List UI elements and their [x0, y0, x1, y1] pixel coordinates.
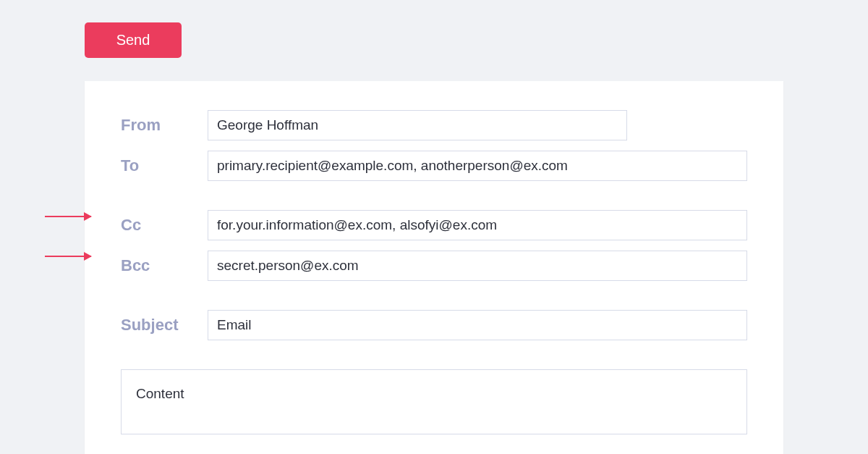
bcc-label: Bcc	[121, 256, 208, 275]
cc-label: Cc	[121, 216, 208, 235]
to-field[interactable]	[208, 151, 747, 181]
from-field[interactable]	[208, 110, 627, 140]
bcc-field[interactable]	[208, 251, 747, 281]
to-row: To	[121, 151, 747, 181]
compose-panel: From To Cc Bcc Subject	[85, 81, 783, 454]
arrow-icon	[45, 216, 91, 217]
subject-label: Subject	[121, 316, 208, 335]
subject-row: Subject	[121, 310, 747, 340]
content-field[interactable]	[121, 369, 747, 434]
arrow-icon	[45, 256, 91, 257]
subject-field[interactable]	[208, 310, 747, 340]
to-label: To	[121, 156, 208, 175]
from-label: From	[121, 116, 208, 135]
cc-field[interactable]	[208, 210, 747, 240]
send-button[interactable]: Send	[85, 22, 182, 58]
cc-row: Cc	[121, 210, 747, 240]
bcc-row: Bcc	[121, 251, 747, 281]
content-row	[121, 369, 747, 434]
from-row: From	[121, 110, 747, 140]
